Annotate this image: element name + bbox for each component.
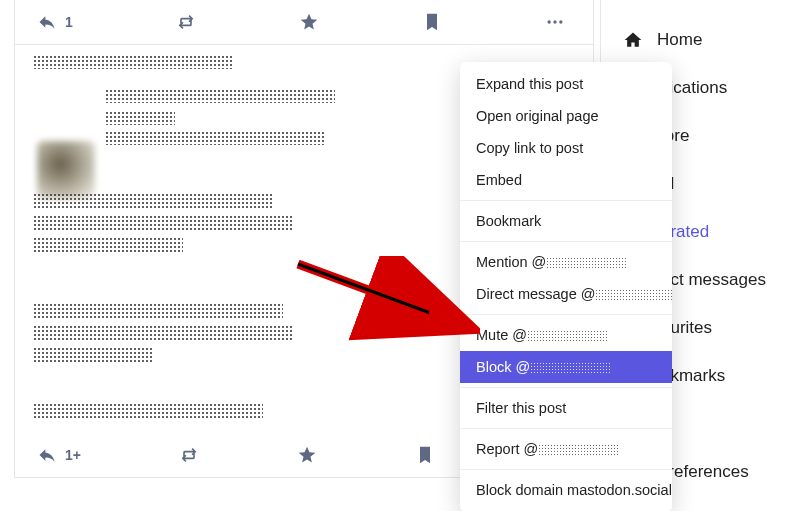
redacted-text <box>33 303 283 319</box>
bookmark-button[interactable] <box>415 445 435 465</box>
redacted-text <box>33 403 263 419</box>
boost-button[interactable] <box>176 12 196 32</box>
menu-item-label: Mute @ <box>476 327 527 343</box>
redacted-text <box>33 325 293 341</box>
menu-separator <box>460 241 672 242</box>
post-context-menu: Expand this postOpen original pageCopy l… <box>460 62 672 511</box>
avatar <box>37 141 95 199</box>
svg-point-2 <box>559 20 562 23</box>
menu-item-label: Copy link to post <box>476 140 583 156</box>
redacted-text <box>33 237 183 253</box>
nav-item-label: Home <box>657 30 702 50</box>
boost-button[interactable] <box>179 445 199 465</box>
redacted-text <box>33 215 293 231</box>
favourite-button[interactable] <box>299 12 319 32</box>
bookmark-button[interactable] <box>422 12 442 32</box>
post: 1 <box>14 0 594 45</box>
star-icon <box>299 12 319 32</box>
menu-item-label: Block @ <box>476 359 530 375</box>
menu-item-label: Bookmark <box>476 213 541 229</box>
menu-item[interactable]: Embed <box>460 164 672 196</box>
svg-point-1 <box>553 20 556 23</box>
redacted-text <box>105 111 175 125</box>
redacted-text <box>105 131 325 145</box>
svg-point-0 <box>547 20 550 23</box>
reply-button[interactable]: 1+ <box>37 445 81 465</box>
menu-item[interactable]: Block domain mastodon.social <box>460 474 672 506</box>
menu-item-label: Direct message @ <box>476 286 595 302</box>
menu-item[interactable]: Expand this post <box>460 68 672 100</box>
bookmark-icon <box>415 445 435 465</box>
redacted-text <box>33 55 233 69</box>
menu-item[interactable]: Direct message @ <box>460 278 672 310</box>
menu-item-label: Block domain mastodon.social <box>476 482 672 498</box>
menu-separator <box>460 428 672 429</box>
reply-icon <box>37 12 57 32</box>
nav-item-label: ect messages <box>661 270 766 290</box>
ellipsis-icon <box>545 12 565 32</box>
menu-item[interactable]: Mute @ <box>460 319 672 351</box>
menu-item[interactable]: Report @ <box>460 433 672 465</box>
menu-item-label: Embed <box>476 172 522 188</box>
menu-separator <box>460 387 672 388</box>
redacted-handle <box>546 257 626 269</box>
boost-icon <box>176 12 196 32</box>
reply-count: 1 <box>65 14 73 30</box>
menu-separator <box>460 314 672 315</box>
redacted-text <box>33 193 273 209</box>
boost-icon <box>179 445 199 465</box>
redacted-handle <box>538 444 618 456</box>
more-button[interactable] <box>545 12 565 32</box>
redacted-handle <box>527 330 607 342</box>
bookmark-icon <box>422 12 442 32</box>
menu-item-label: Mention @ <box>476 254 546 270</box>
home-icon <box>623 30 643 50</box>
reply-icon <box>37 445 57 465</box>
menu-item[interactable]: Open original page <box>460 100 672 132</box>
menu-item-label: Expand this post <box>476 76 583 92</box>
menu-item-label: Report @ <box>476 441 538 457</box>
redacted-handle <box>530 362 610 374</box>
menu-item-label: Open original page <box>476 108 599 124</box>
menu-separator <box>460 200 672 201</box>
nav-item[interactable]: Home <box>601 16 806 64</box>
favourite-button[interactable] <box>297 445 317 465</box>
menu-item[interactable]: Copy link to post <box>460 132 672 164</box>
menu-item[interactable]: Block @ <box>460 351 672 383</box>
menu-item[interactable]: Filter this post <box>460 392 672 424</box>
reply-button[interactable]: 1 <box>37 12 73 32</box>
menu-separator <box>460 469 672 470</box>
menu-item[interactable]: Bookmark <box>460 205 672 237</box>
reply-count: 1+ <box>65 447 81 463</box>
menu-item-label: Filter this post <box>476 400 566 416</box>
redacted-handle <box>595 289 672 301</box>
menu-item[interactable]: Mention @ <box>460 246 672 278</box>
redacted-text <box>33 347 153 363</box>
post-action-bar: 1 <box>15 0 593 44</box>
redacted-text <box>105 89 335 103</box>
star-icon <box>297 445 317 465</box>
